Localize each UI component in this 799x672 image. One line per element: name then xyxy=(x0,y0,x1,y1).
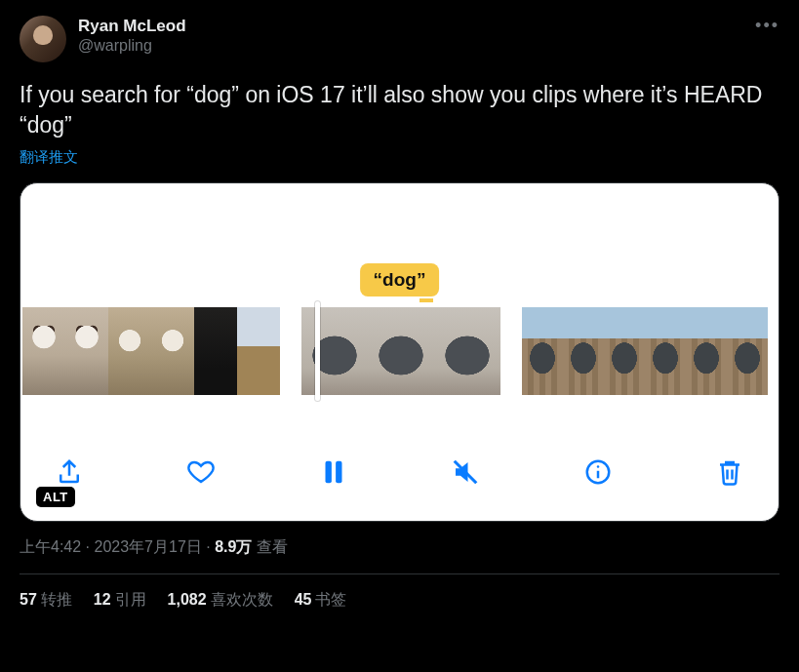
meta-sep: · xyxy=(81,538,94,555)
info-icon[interactable] xyxy=(579,453,618,492)
thumbnail xyxy=(434,307,500,395)
handle: @warpling xyxy=(78,36,186,56)
heart-icon[interactable] xyxy=(181,453,220,492)
share-icon[interactable] xyxy=(50,453,89,492)
timeline-strip[interactable] xyxy=(20,307,779,395)
thumbnail xyxy=(645,307,686,395)
stat-likes[interactable]: 1,082喜欢次数 xyxy=(168,590,273,611)
mute-icon[interactable] xyxy=(446,453,485,492)
avatar[interactable] xyxy=(20,16,66,62)
search-marker xyxy=(419,298,433,302)
meta-date: 2023年7月17日 xyxy=(94,538,201,555)
clip-group-3[interactable] xyxy=(522,307,768,395)
translate-link[interactable]: 翻译推文 xyxy=(20,148,779,167)
thumbnail xyxy=(604,307,645,395)
pause-icon[interactable] xyxy=(314,453,353,492)
views-count: 8.9万 xyxy=(215,538,252,555)
thumbnail xyxy=(237,307,280,395)
thumbnail xyxy=(108,307,151,395)
media-card[interactable]: “dog” xyxy=(20,182,779,522)
playhead[interactable] xyxy=(315,301,320,401)
thumbnail xyxy=(686,307,727,395)
stat-retweets[interactable]: 57转推 xyxy=(20,590,72,611)
meta-sep: · xyxy=(202,538,215,555)
thumbnail xyxy=(194,307,237,395)
tweet-header: Ryan McLeod @warpling ••• xyxy=(20,16,779,62)
search-term-pill: “dog” xyxy=(360,263,440,296)
stat-quotes[interactable]: 12引用 xyxy=(94,590,146,611)
more-icon[interactable]: ••• xyxy=(755,16,779,36)
stat-bookmarks[interactable]: 45书签 xyxy=(295,590,347,611)
thumbnail xyxy=(65,307,108,395)
thumbnail xyxy=(727,307,768,395)
thumbnail xyxy=(22,307,65,395)
tweet-text: If you search for “dog” on iOS 17 it’ll … xyxy=(20,80,779,140)
user-block[interactable]: Ryan McLeod @warpling xyxy=(78,16,186,56)
thumbnail xyxy=(368,307,434,395)
thumbnail xyxy=(301,307,368,395)
meta-time: 上午4:42 xyxy=(20,538,81,555)
tweet: Ryan McLeod @warpling ••• If you search … xyxy=(0,0,799,611)
views-label: 查看 xyxy=(252,538,287,555)
media-toolbar xyxy=(20,445,779,499)
svg-rect-1 xyxy=(336,461,341,484)
svg-point-5 xyxy=(596,465,599,468)
thumbnail xyxy=(522,307,563,395)
thumbnail xyxy=(151,307,194,395)
tweet-meta[interactable]: 上午4:42 · 2023年7月17日 · 8.9万 查看 xyxy=(20,537,779,558)
thumbnail xyxy=(563,307,604,395)
display-name: Ryan McLeod xyxy=(78,16,186,36)
clip-group-2[interactable] xyxy=(301,307,500,395)
trash-icon[interactable] xyxy=(710,453,749,492)
tweet-stats: 57转推 12引用 1,082喜欢次数 45书签 xyxy=(20,574,779,611)
alt-badge[interactable]: ALT xyxy=(36,487,75,507)
svg-rect-0 xyxy=(325,461,331,484)
clip-group-1[interactable] xyxy=(22,307,280,395)
